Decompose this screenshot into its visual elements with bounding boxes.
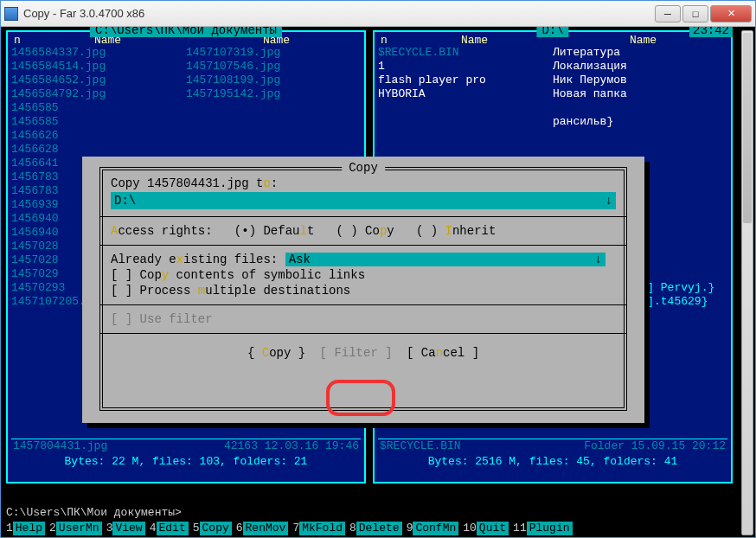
fkey-copy[interactable]: Copy bbox=[200, 522, 232, 535]
titlebar[interactable]: Copy - Far 3.0.4700 x86 ─ □ ✕ bbox=[1, 1, 755, 27]
radio-default[interactable]: (•) Default bbox=[234, 224, 314, 238]
left-bytes: Bytes: 22 M, files: 103, folders: 21 bbox=[11, 455, 361, 468]
already-existing-row: Already existing files: Ask ↓ bbox=[111, 253, 616, 266]
fkey-quit[interactable]: Quit bbox=[477, 522, 509, 535]
fkey-mkfold[interactable]: MkFold bbox=[299, 522, 345, 535]
list-item[interactable]: 1456584652.jpg1457108199.jpg bbox=[11, 74, 361, 87]
list-item[interactable]: HYBORIAНовая папка bbox=[378, 87, 727, 101]
destination-input[interactable]: D:\ ↓ bbox=[111, 192, 616, 209]
list-item[interactable]: 1456628 bbox=[11, 143, 361, 157]
clock: 23:42 bbox=[689, 27, 733, 37]
list-item[interactable]: flash player proНик Перумов bbox=[378, 74, 727, 87]
command-line[interactable]: C:\Users\ПК\Мои документы> bbox=[6, 506, 738, 520]
list-item[interactable]: 1456585 bbox=[11, 101, 361, 115]
list-item[interactable] bbox=[378, 101, 727, 115]
window-buttons: ─ □ ✕ bbox=[655, 5, 752, 22]
left-panel-path[interactable]: C:\Users\ПК\Мои документы bbox=[90, 27, 282, 37]
terminal-area: C:\Users\ПК\Мои документы n Name Name 14… bbox=[1, 27, 755, 537]
chevron-down-icon[interactable]: ↓ bbox=[594, 253, 601, 266]
cancel-button[interactable]: [ Cancel ] bbox=[403, 346, 483, 360]
fkey-confmn[interactable]: ConfMn bbox=[413, 522, 458, 535]
radio-copy[interactable]: ( ) Copy bbox=[336, 224, 394, 238]
copy-button[interactable]: { Copy } bbox=[244, 346, 309, 360]
left-status: 1457804431.jpg 42163 12.03.16 19:46 bbox=[11, 439, 361, 452]
list-item[interactable]: 1456584514.jpg1457107546.jpg bbox=[11, 60, 361, 74]
list-item[interactable]: 1Локализация bbox=[378, 60, 727, 74]
fkey-help[interactable]: Help bbox=[13, 522, 45, 535]
vertical-scrollbar[interactable] bbox=[741, 30, 753, 535]
copy-dialog: Copy Copy 1457804431.jpg to: D:\ ↓ Acces… bbox=[82, 157, 644, 423]
right-status: $RECYCLE.BIN Folder 15.09.15 20:12 bbox=[378, 439, 727, 452]
window-title: Copy - Far 3.0.4700 x86 bbox=[23, 7, 655, 20]
app-window: Copy - Far 3.0.4700 x86 ─ □ ✕ C:\Users\П… bbox=[0, 0, 756, 538]
copy-prompt: Copy 1457804431.jpg to: bbox=[111, 176, 616, 190]
list-item[interactable] bbox=[378, 143, 727, 157]
maximize-button[interactable]: □ bbox=[682, 5, 708, 22]
scrollbar-thumb[interactable] bbox=[743, 33, 752, 223]
existing-files-select[interactable]: Ask ↓ bbox=[285, 253, 605, 266]
close-button[interactable]: ✕ bbox=[710, 5, 752, 22]
fkey-delete[interactable]: Delete bbox=[356, 522, 402, 535]
check-multidest[interactable]: [ ] Process multiple destinations bbox=[111, 284, 616, 298]
fkey-edit[interactable]: Edit bbox=[157, 522, 189, 535]
check-symlinks[interactable]: [ ] Copy contents of symbolic links bbox=[111, 268, 616, 282]
minimize-button[interactable]: ─ bbox=[655, 5, 681, 22]
right-bytes: Bytes: 2516 M, files: 45, folders: 41 bbox=[378, 455, 727, 468]
list-item[interactable]: рансильв} bbox=[378, 115, 727, 129]
fkey-plugin[interactable]: Plugin bbox=[527, 522, 573, 535]
list-item[interactable]: 1456584337.jpg1457107319.jpg bbox=[11, 46, 361, 60]
list-item[interactable]: 1456626 bbox=[11, 129, 361, 143]
dialog-title: Copy bbox=[342, 161, 385, 175]
chevron-down-icon[interactable]: ↓ bbox=[605, 192, 612, 209]
check-use-filter: [ ] Use filter bbox=[111, 312, 616, 326]
fkey-renmov[interactable]: RenMov bbox=[243, 522, 289, 535]
radio-inherit[interactable]: ( ) Inherit bbox=[416, 224, 496, 238]
list-item[interactable]: $RECYCLE.BINЛитература bbox=[378, 46, 727, 60]
list-item[interactable]: 1456584792.jpg1457195142.jpg bbox=[11, 87, 361, 101]
app-icon bbox=[4, 7, 18, 21]
filter-button: [ Filter ] bbox=[317, 346, 396, 360]
list-item[interactable]: 1456585 bbox=[11, 115, 361, 129]
list-item[interactable] bbox=[378, 129, 727, 143]
access-rights-row: Access rights: (•) Default ( ) Copy ( ) … bbox=[111, 224, 616, 238]
right-panel-path[interactable]: D:\ bbox=[536, 27, 568, 37]
fkey-view[interactable]: View bbox=[112, 522, 144, 535]
fkey-usermn[interactable]: UserMn bbox=[56, 522, 102, 535]
function-keys[interactable]: 1Help2UserMn3View4Edit5Copy6RenMov7MkFol… bbox=[6, 522, 738, 535]
